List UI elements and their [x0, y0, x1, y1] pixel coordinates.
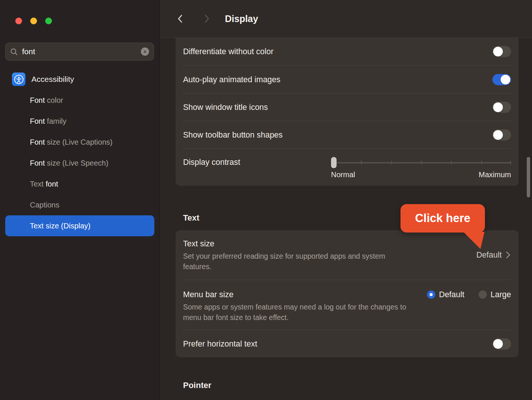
sidebar-item-label: Accessibility	[31, 75, 74, 84]
display-contrast-slider[interactable]	[331, 157, 511, 169]
setting-label: Show toolbar button shapes	[183, 129, 283, 141]
accessibility-icon	[12, 73, 25, 86]
click-here-callout: Click here	[400, 204, 485, 233]
differentiate-without-color-toggle[interactable]	[492, 46, 511, 57]
sidebar-item-font-family[interactable]: Font family	[5, 111, 154, 132]
setting-row-display-contrast: Display contrast	[183, 148, 511, 186]
setting-row-show-toolbar-button-shapes: Show toolbar button shapes	[183, 121, 511, 148]
sidebar-item-text-size-display[interactable]: Text size (Display)	[5, 215, 154, 236]
radio-label: Default	[439, 289, 464, 300]
display-contrast-control: Normal Maximum	[331, 157, 511, 179]
menu-bar-size-large-radio[interactable]: Large	[479, 289, 511, 300]
sidebar: font ✕ Accessibility Font color Font fam…	[0, 0, 160, 400]
search-value: font	[22, 47, 141, 56]
forward-button[interactable]	[202, 14, 211, 24]
chevron-left-icon	[176, 14, 185, 24]
slider-tick	[451, 161, 452, 164]
back-button[interactable]	[176, 14, 185, 24]
setting-text: Menu bar size Some apps or system featur…	[183, 289, 407, 323]
chevron-right-icon	[505, 251, 511, 259]
system-settings-window: font ✕ Accessibility Font color Font fam…	[0, 0, 532, 400]
slider-tick	[481, 161, 482, 164]
setting-row-text-size: Text size Set your preferred reading siz…	[183, 230, 511, 280]
slider-max-label: Maximum	[479, 170, 511, 179]
chevron-right-icon	[202, 14, 211, 24]
prefer-horizontal-text-toggle[interactable]	[492, 338, 511, 350]
callout-tail	[463, 232, 485, 250]
setting-label: Differentiate without color	[183, 46, 273, 57]
sidebar-item-font-size-live-captions[interactable]: Font size (Live Captions)	[5, 132, 154, 153]
toggle-knob	[493, 130, 503, 140]
radio-icon	[427, 290, 435, 299]
slider-tick	[391, 161, 392, 164]
sidebar-search-results: Accessibility Font color Font family Fon…	[0, 70, 160, 236]
setting-label: Auto-play animated images	[183, 74, 281, 85]
setting-row-differentiate-without-color: Differentiate without color	[183, 38, 511, 65]
section-title-pointer: Pointer	[183, 381, 532, 390]
slider-labels: Normal Maximum	[331, 170, 511, 179]
toggle-knob	[493, 102, 503, 112]
setting-row-menu-bar-size: Menu bar size Some apps or system featur…	[183, 280, 511, 330]
setting-row-prefer-horizontal-text: Prefer horizontal text	[183, 330, 511, 357]
setting-description: Some apps or system features may need a …	[183, 302, 407, 323]
menu-bar-size-radio-group: Default Large	[427, 289, 511, 300]
slider-knob[interactable]	[331, 157, 337, 168]
slider-min-label: Normal	[331, 170, 355, 179]
search-icon	[10, 48, 18, 56]
show-toolbar-button-shapes-toggle[interactable]	[492, 129, 511, 141]
setting-label: Display contrast	[183, 157, 240, 168]
text-size-value-button[interactable]: Default	[476, 250, 511, 260]
slider-tick	[510, 161, 511, 164]
sidebar-item-font-size-live-speech[interactable]: Font size (Live Speech)	[5, 153, 154, 173]
clear-search-icon[interactable]: ✕	[141, 47, 149, 56]
minimize-window-button[interactable]	[30, 18, 37, 24]
setting-label: Show window title icons	[183, 102, 268, 113]
scrollbar[interactable]	[527, 157, 530, 197]
window-controls	[15, 18, 52, 24]
setting-row-auto-play-animated-images: Auto-play animated images	[183, 65, 511, 93]
sidebar-item-captions[interactable]: Captions	[5, 194, 154, 215]
setting-text: Text size Set your preferred reading siz…	[183, 238, 407, 272]
zoom-window-button[interactable]	[45, 18, 52, 24]
display-options-group: Differentiate without color Auto-play an…	[176, 38, 519, 186]
show-window-title-icons-toggle[interactable]	[492, 102, 511, 113]
content-header: Display	[160, 0, 532, 38]
sidebar-item-text-font[interactable]: Text font	[5, 173, 154, 194]
setting-label: Text size	[183, 239, 214, 248]
text-size-value: Default	[476, 250, 502, 260]
radio-icon	[479, 290, 487, 299]
setting-label: Menu bar size	[183, 290, 233, 299]
page-title: Display	[225, 13, 258, 24]
search-input[interactable]: font ✕	[5, 43, 154, 61]
sidebar-item-font-color[interactable]: Font color	[5, 90, 154, 111]
setting-row-show-window-title-icons: Show window title icons	[183, 93, 511, 121]
setting-description: Set your preferred reading size for supp…	[183, 251, 407, 272]
content-pane: Display Differentiate without color Auto…	[160, 0, 532, 400]
slider-tick	[421, 161, 422, 164]
toggle-knob	[501, 75, 510, 84]
auto-play-animated-images-toggle[interactable]	[492, 74, 511, 85]
slider-tick	[361, 161, 362, 164]
toggle-knob	[493, 47, 503, 56]
sidebar-item-accessibility[interactable]: Accessibility	[5, 70, 154, 88]
close-window-button[interactable]	[15, 18, 22, 24]
callout-label: Click here	[415, 212, 470, 225]
toggle-knob	[493, 339, 503, 349]
setting-label: Prefer horizontal text	[183, 338, 257, 350]
radio-label: Large	[491, 289, 511, 300]
menu-bar-size-default-radio[interactable]: Default	[427, 289, 464, 300]
